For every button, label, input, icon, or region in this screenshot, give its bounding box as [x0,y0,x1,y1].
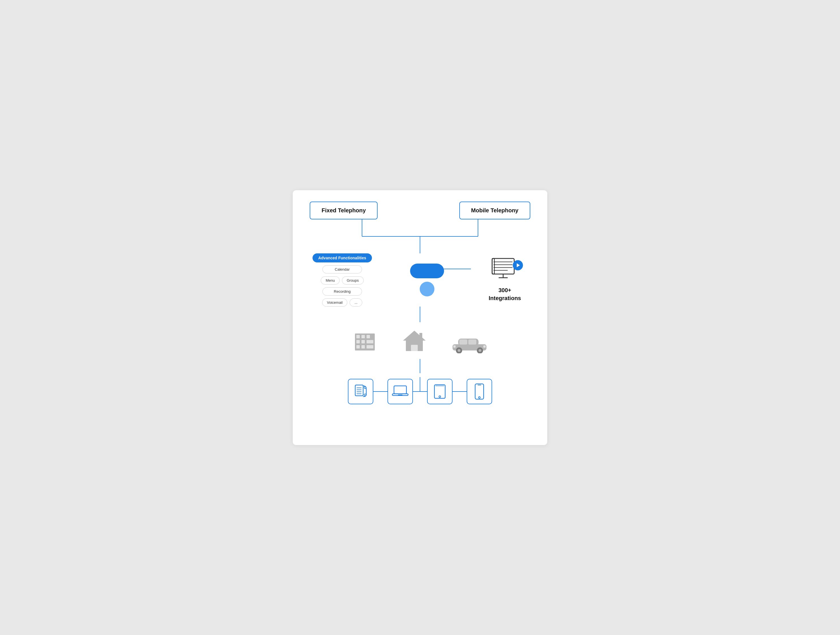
pill-recording: Recording [322,287,362,296]
pill-groups: Groups [342,276,364,285]
tablet-device-box [427,379,453,404]
advanced-functionalities-panel: Advanced Functionalities Calendar Menu G… [310,253,375,307]
svg-rect-14 [362,335,365,338]
mobile-device-box [467,379,492,404]
tablet-icon [433,383,447,399]
center-device-connector [413,391,427,392]
center-down-connector [420,307,420,322]
laptop-device-box [387,379,413,404]
fixed-telephony-label: Fixed Telephony [322,207,366,214]
desk-phone-device-box [348,379,373,404]
devices-row [348,379,492,404]
top-connector-svg [310,219,530,253]
advanced-func-badge: Advanced Functionalities [313,253,372,263]
svg-rect-30 [459,339,467,345]
svg-rect-26 [411,345,418,351]
pill-row-voicemail-more: Voicemail ... [322,298,362,307]
svg-rect-27 [420,333,422,338]
building-location-icon [352,328,377,353]
svg-rect-23 [370,345,373,348]
integrations-text: 300+ Integrations [489,286,521,302]
h-connector-right [443,269,471,269]
device-connector-3 [453,391,467,392]
svg-rect-17 [362,340,365,344]
mobile-icon [474,383,485,400]
svg-rect-36 [483,345,486,348]
svg-rect-18 [366,340,370,344]
fixed-telephony-box: Fixed Telephony [310,201,377,219]
svg-point-53 [478,397,480,398]
svg-rect-45 [394,386,406,394]
locations-row [352,328,488,353]
middle-section: Advanced Functionalities Calendar Menu G… [310,253,530,307]
desk-phone-icon [353,383,368,399]
node-circle [420,282,434,296]
svg-rect-13 [356,335,360,338]
car-svg [451,334,488,353]
t-junction-line [420,377,420,391]
laptop-icon [392,385,409,399]
pill-row-menu-groups: Menu Groups [321,276,363,285]
play-button-icon[interactable] [513,260,523,270]
monitor-wrapper [491,258,519,282]
svg-rect-15 [366,335,370,338]
svg-rect-9 [492,258,494,274]
pill-row-recording: Recording [322,287,362,296]
home-svg [400,328,428,353]
integrations-panel: 300+ Integrations [479,258,530,302]
svg-rect-48 [398,395,403,395]
svg-rect-37 [453,345,456,348]
svg-rect-21 [366,345,370,348]
svg-rect-38 [355,385,363,396]
locations-down-connector [420,359,420,373]
building-svg [352,328,377,353]
svg-rect-31 [468,339,476,345]
svg-rect-20 [362,345,365,348]
pill-calendar: Calendar [322,265,362,274]
svg-rect-4 [492,258,514,274]
pill-menu: Menu [321,276,339,285]
home-location-icon [400,328,428,353]
top-boxes: Fixed Telephony Mobile Telephony [310,201,530,219]
svg-point-50 [439,396,441,397]
pill-voicemail: Voicemail [322,298,347,307]
svg-point-35 [478,349,482,352]
pill-row-calendar: Calendar [322,265,362,274]
svg-rect-16 [356,340,360,344]
mobile-telephony-label: Mobile Telephony [471,207,518,214]
svg-rect-19 [356,345,360,348]
device-connector-1 [373,391,387,392]
center-node [410,264,444,296]
svg-rect-22 [370,340,373,344]
diagram-container: Fixed Telephony Mobile Telephony Advance… [293,190,547,445]
svg-point-33 [458,349,461,352]
svg-point-44 [364,394,366,396]
car-location-icon [451,334,488,353]
svg-rect-49 [434,385,445,398]
mobile-telephony-box: Mobile Telephony [459,201,530,219]
top-connector-area [310,219,530,253]
device-connector-2 [413,391,427,392]
locations-section [310,322,530,404]
pill-more: ... [350,298,362,307]
node-capsule [410,264,444,278]
